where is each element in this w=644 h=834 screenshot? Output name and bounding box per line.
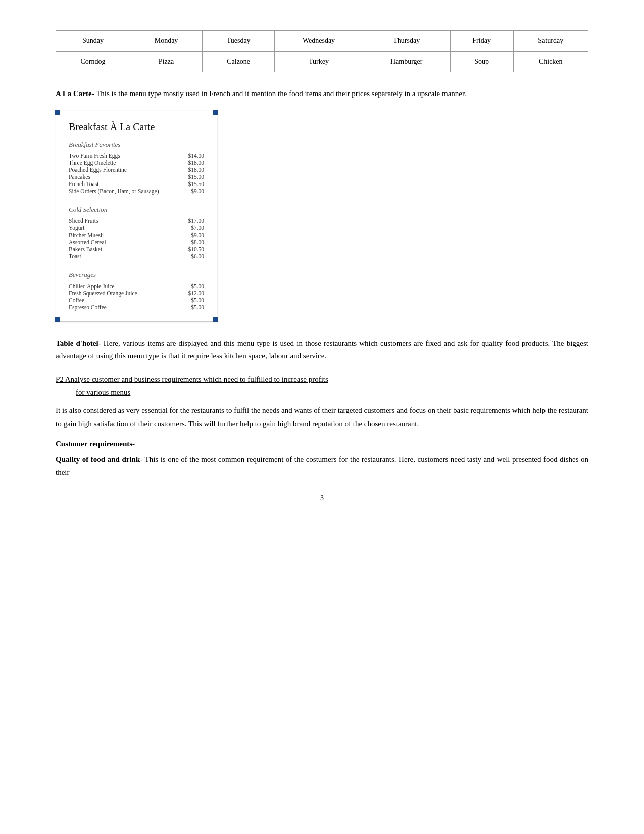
header-monday: Monday [130, 31, 203, 52]
item-name: Fresh Squeezed Orange Juice [69, 290, 179, 296]
list-item: Sliced Fruits $17.00 [69, 218, 204, 224]
menu-section-breakfast: Breakfast Favorites [69, 141, 204, 149]
item-name: Coffee [69, 297, 179, 303]
item-name: Espresso Coffee [69, 304, 179, 310]
item-name: French Toast [69, 181, 179, 187]
customer-req-heading: Customer requirements- [56, 438, 588, 451]
item-price: $9.00 [179, 188, 204, 194]
table-dhote-paragraph: Table d'hotel- Here, various items are d… [56, 337, 588, 363]
item-name: Bakers Basket [69, 246, 179, 252]
item-price: $9.00 [179, 232, 204, 238]
item-name: Toast [69, 253, 179, 259]
p2-subheading: for various menus [56, 388, 588, 397]
corner-tr-decoration [213, 110, 218, 115]
a-la-carte-description: - This is the menu type mostly used in F… [92, 89, 466, 98]
table-dhote-label: Table d'hotel [56, 339, 98, 347]
p2-heading: P2 Analyse customer and business require… [56, 373, 588, 386]
list-item: Three Egg Omelette $18.00 [69, 160, 204, 166]
menu-card-wrapper: Breakfast À La Carte Breakfast Favorites… [56, 111, 588, 322]
item-price: $8.00 [179, 239, 204, 245]
list-item: French Toast $15.50 [69, 181, 204, 187]
weekly-table-container: Sunday Monday Tuesday Wednesday Thursday… [56, 30, 588, 72]
item-name: Sliced Fruits [69, 218, 179, 224]
item-name: Bircher Muesli [69, 232, 179, 238]
quality-label: Quality of food and drink [56, 455, 140, 464]
cell-turkey: Turkey [275, 52, 363, 72]
item-name: Two Farm Fresh Eggs [69, 153, 179, 159]
menu-card-title: Breakfast À La Carte [69, 121, 204, 133]
item-price: $14.00 [179, 153, 204, 159]
list-item: Pancakes $15.00 [69, 174, 204, 180]
item-price: $12.00 [179, 290, 204, 296]
a-la-carte-paragraph: A La Carte- This is the menu type mostly… [56, 87, 588, 101]
table-dhote-description: - Here, various items are displayed and … [56, 339, 588, 360]
cell-corndog: Corndog [56, 52, 130, 72]
cell-hamburger: Hamburger [363, 52, 450, 72]
menu-divider [69, 199, 204, 200]
header-sunday: Sunday [56, 31, 130, 52]
list-item: Yogurt $7.00 [69, 225, 204, 231]
corner-bl-decoration [55, 317, 60, 322]
item-price: $5.00 [179, 304, 204, 310]
item-price: $10.50 [179, 246, 204, 252]
body-paragraph: It is also considered as very essential … [56, 404, 588, 430]
header-tuesday: Tuesday [202, 31, 274, 52]
item-price: $15.00 [179, 174, 204, 180]
header-friday: Friday [450, 31, 513, 52]
item-price: $5.00 [179, 283, 204, 289]
cell-chicken: Chicken [513, 52, 588, 72]
quality-paragraph: Quality of food and drink- This is one o… [56, 453, 588, 479]
item-name: Pancakes [69, 174, 179, 180]
list-item: Chilled Apple Juice $5.00 [69, 283, 204, 289]
menu-section-cold: Cold Selection [69, 206, 204, 214]
menu-divider [69, 264, 204, 265]
a-la-carte-label: A La Carte [56, 89, 92, 98]
cell-soup: Soup [450, 52, 513, 72]
cell-pizza: Pizza [130, 52, 203, 72]
list-item: Espresso Coffee $5.00 [69, 304, 204, 310]
list-item: Bakers Basket $10.50 [69, 246, 204, 252]
list-item: Toast $6.00 [69, 253, 204, 259]
page-content: Sunday Monday Tuesday Wednesday Thursday… [56, 30, 588, 502]
header-wednesday: Wednesday [275, 31, 363, 52]
item-price: $15.50 [179, 181, 204, 187]
list-item: Side Orders (Bacon, Ham, or Sausage) $9.… [69, 188, 204, 194]
item-price: $5.00 [179, 297, 204, 303]
menu-section-beverages: Beverages [69, 271, 204, 279]
list-item: Assorted Cereal $8.00 [69, 239, 204, 245]
page-number: 3 [56, 494, 588, 502]
table-header-row: Sunday Monday Tuesday Wednesday Thursday… [56, 31, 588, 52]
list-item: Two Farm Fresh Eggs $14.00 [69, 153, 204, 159]
list-item: Fresh Squeezed Orange Juice $12.00 [69, 290, 204, 296]
item-name: Chilled Apple Juice [69, 283, 179, 289]
list-item: Bircher Muesli $9.00 [69, 232, 204, 238]
item-price: $18.00 [179, 167, 204, 173]
header-saturday: Saturday [513, 31, 588, 52]
item-price: $18.00 [179, 160, 204, 166]
table-row: Corndog Pizza Calzone Turkey Hamburger S… [56, 52, 588, 72]
item-price: $6.00 [179, 253, 204, 259]
cell-calzone: Calzone [202, 52, 274, 72]
item-name: Assorted Cereal [69, 239, 179, 245]
item-price: $17.00 [179, 218, 204, 224]
item-name: Poached Eggs Florentine [69, 167, 179, 173]
list-item: Poached Eggs Florentine $18.00 [69, 167, 204, 173]
item-name: Side Orders (Bacon, Ham, or Sausage) [69, 188, 179, 194]
item-name: Yogurt [69, 225, 179, 231]
list-item: Coffee $5.00 [69, 297, 204, 303]
item-price: $7.00 [179, 225, 204, 231]
menu-card: Breakfast À La Carte Breakfast Favorites… [56, 111, 217, 322]
weekly-table: Sunday Monday Tuesday Wednesday Thursday… [56, 30, 588, 72]
header-thursday: Thursday [363, 31, 450, 52]
item-name: Three Egg Omelette [69, 160, 179, 166]
